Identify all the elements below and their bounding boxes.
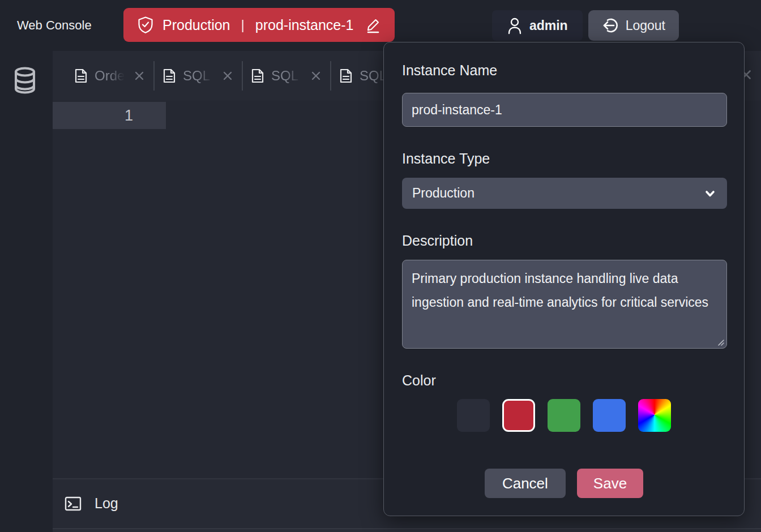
- database-icon[interactable]: [14, 67, 36, 94]
- instance-settings-modal: Instance Name Instance Type Production D…: [383, 42, 745, 516]
- close-icon[interactable]: [310, 70, 322, 82]
- color-swatch-row: [402, 399, 726, 432]
- edit-pencil-icon[interactable]: [365, 16, 381, 33]
- tab-label: SQL: [271, 68, 303, 84]
- terminal-icon: [64, 495, 82, 513]
- log-label: Log: [95, 495, 118, 512]
- logout-button[interactable]: Logout: [588, 10, 679, 41]
- badge-separator: |: [239, 17, 247, 33]
- file-icon: [251, 68, 264, 84]
- tab-label: Orders: [95, 68, 126, 84]
- tab-sql-1[interactable]: SQL: [155, 51, 242, 101]
- instance-name-label: prod-instance-1: [255, 17, 354, 33]
- sidebar: [0, 51, 53, 532]
- color-field-label: Color: [402, 371, 726, 390]
- line-number: 1: [53, 102, 166, 129]
- save-button[interactable]: Save: [577, 469, 643, 498]
- tab-orders[interactable]: Orders: [66, 51, 153, 101]
- instance-name-field-label: Instance Name: [402, 61, 726, 80]
- close-icon[interactable]: [133, 70, 146, 82]
- description-textarea[interactable]: Primary production instance handling liv…: [402, 260, 727, 349]
- color-swatch-default[interactable]: [457, 399, 490, 432]
- cancel-button[interactable]: Cancel: [485, 469, 566, 498]
- web-console-screen: Web Console Production | prod-instance-1: [0, 0, 761, 532]
- color-swatch-red[interactable]: [502, 399, 535, 432]
- tab-sql-2[interactable]: SQL: [243, 51, 330, 101]
- user-icon: [507, 16, 523, 35]
- instance-type-label: Production: [163, 17, 230, 33]
- color-swatch-rainbow[interactable]: [638, 399, 671, 432]
- topbar-right-group: admin Logout: [492, 10, 679, 41]
- modal-button-row: Cancel Save: [402, 469, 726, 498]
- file-icon: [163, 68, 176, 84]
- color-swatch-green[interactable]: [548, 399, 580, 432]
- instance-name-input[interactable]: [402, 93, 727, 127]
- app-title: Web Console: [17, 0, 92, 51]
- user-chip[interactable]: admin: [492, 10, 583, 41]
- resize-handle-icon[interactable]: [717, 339, 724, 346]
- instance-type-field-label: Instance Type: [402, 149, 726, 168]
- tab-label: SQL: [183, 68, 215, 84]
- user-name: admin: [529, 18, 568, 33]
- logout-label: Logout: [626, 18, 665, 33]
- shield-check-icon: [137, 16, 154, 34]
- description-textarea-wrap: Primary production instance handling liv…: [402, 260, 727, 349]
- instance-type-select[interactable]: Production: [402, 178, 727, 209]
- instance-badge[interactable]: Production | prod-instance-1: [123, 8, 395, 42]
- close-icon[interactable]: [221, 70, 234, 82]
- color-swatch-blue[interactable]: [593, 399, 626, 432]
- description-field-label: Description: [402, 231, 726, 250]
- logout-icon: [602, 17, 619, 34]
- instance-type-value: Production: [412, 186, 474, 201]
- chevron-down-icon: [703, 187, 717, 200]
- file-icon: [339, 68, 353, 84]
- file-icon: [74, 68, 88, 84]
- bottom-strip: [53, 528, 761, 532]
